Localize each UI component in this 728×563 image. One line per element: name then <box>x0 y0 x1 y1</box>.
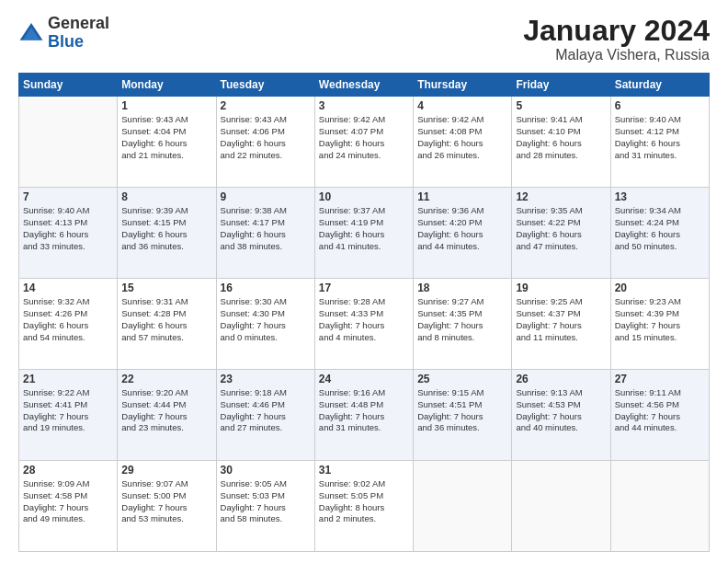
logo-text: General Blue <box>48 15 109 52</box>
day-detail: Sunrise: 9:40 AM Sunset: 4:13 PM Dayligh… <box>23 205 113 252</box>
day-detail: Sunrise: 9:35 AM Sunset: 4:22 PM Dayligh… <box>516 205 606 252</box>
calendar-cell: 28Sunrise: 9:09 AM Sunset: 4:58 PM Dayli… <box>19 461 118 552</box>
day-number: 26 <box>516 373 606 385</box>
day-detail: Sunrise: 9:39 AM Sunset: 4:15 PM Dayligh… <box>121 205 211 252</box>
day-number: 15 <box>121 282 211 294</box>
calendar-cell: 1Sunrise: 9:43 AM Sunset: 4:04 PM Daylig… <box>118 97 216 188</box>
day-number: 4 <box>417 99 507 112</box>
day-number: 2 <box>221 99 311 112</box>
day-detail: Sunrise: 9:18 AM Sunset: 4:46 PM Dayligh… <box>221 387 311 434</box>
day-number: 20 <box>615 282 705 294</box>
day-number: 21 <box>23 373 113 385</box>
calendar-cell: 7Sunrise: 9:40 AM Sunset: 4:13 PM Daylig… <box>19 188 118 279</box>
day-detail: Sunrise: 9:31 AM Sunset: 4:28 PM Dayligh… <box>121 296 211 343</box>
col-header-tuesday: Tuesday <box>216 74 314 97</box>
calendar-cell <box>610 461 709 552</box>
day-number: 12 <box>516 190 606 203</box>
day-detail: Sunrise: 9:38 AM Sunset: 4:17 PM Dayligh… <box>221 205 311 252</box>
day-detail: Sunrise: 9:11 AM Sunset: 4:56 PM Dayligh… <box>615 387 705 434</box>
calendar-cell: 2Sunrise: 9:43 AM Sunset: 4:06 PM Daylig… <box>216 97 314 188</box>
calendar-cell: 21Sunrise: 9:22 AM Sunset: 4:41 PM Dayli… <box>19 370 118 461</box>
calendar-cell: 10Sunrise: 9:37 AM Sunset: 4:19 PM Dayli… <box>314 188 413 279</box>
day-number: 30 <box>221 464 311 477</box>
day-detail: Sunrise: 9:13 AM Sunset: 4:53 PM Dayligh… <box>516 387 606 434</box>
day-detail: Sunrise: 9:23 AM Sunset: 4:39 PM Dayligh… <box>615 296 705 343</box>
day-number: 19 <box>516 282 606 294</box>
day-detail: Sunrise: 9:07 AM Sunset: 5:00 PM Dayligh… <box>121 478 211 525</box>
calendar-cell: 23Sunrise: 9:18 AM Sunset: 4:46 PM Dayli… <box>216 370 314 461</box>
day-number: 13 <box>615 190 705 203</box>
calendar-cell: 14Sunrise: 9:32 AM Sunset: 4:26 PM Dayli… <box>19 279 118 370</box>
calendar-week-row: 21Sunrise: 9:22 AM Sunset: 4:41 PM Dayli… <box>19 370 710 461</box>
calendar-week-row: 28Sunrise: 9:09 AM Sunset: 4:58 PM Dayli… <box>19 461 710 552</box>
day-number: 24 <box>319 373 409 385</box>
calendar-cell: 17Sunrise: 9:28 AM Sunset: 4:33 PM Dayli… <box>314 279 413 370</box>
calendar-cell: 27Sunrise: 9:11 AM Sunset: 4:56 PM Dayli… <box>610 370 709 461</box>
day-detail: Sunrise: 9:09 AM Sunset: 4:58 PM Dayligh… <box>23 478 113 525</box>
day-detail: Sunrise: 9:16 AM Sunset: 4:48 PM Dayligh… <box>319 387 409 434</box>
day-number: 17 <box>319 282 409 294</box>
day-detail: Sunrise: 9:28 AM Sunset: 4:33 PM Dayligh… <box>319 296 409 343</box>
day-detail: Sunrise: 9:27 AM Sunset: 4:35 PM Dayligh… <box>417 296 507 343</box>
day-number: 6 <box>615 99 705 112</box>
calendar-cell <box>19 97 118 188</box>
day-number: 10 <box>319 190 409 203</box>
day-number: 22 <box>121 373 211 385</box>
calendar-cell: 26Sunrise: 9:13 AM Sunset: 4:53 PM Dayli… <box>512 370 610 461</box>
calendar-cell: 13Sunrise: 9:34 AM Sunset: 4:24 PM Dayli… <box>610 188 709 279</box>
day-detail: Sunrise: 9:43 AM Sunset: 4:06 PM Dayligh… <box>221 114 311 161</box>
day-detail: Sunrise: 9:15 AM Sunset: 4:51 PM Dayligh… <box>417 387 507 434</box>
day-number: 1 <box>121 99 211 112</box>
logo-blue-text: Blue <box>48 33 109 52</box>
day-number: 11 <box>417 190 507 203</box>
header: General Blue January 2024 Malaya Vishera… <box>18 15 710 63</box>
calendar-cell: 15Sunrise: 9:31 AM Sunset: 4:28 PM Dayli… <box>118 279 216 370</box>
day-detail: Sunrise: 9:02 AM Sunset: 5:05 PM Dayligh… <box>319 478 409 525</box>
calendar-cell: 20Sunrise: 9:23 AM Sunset: 4:39 PM Dayli… <box>610 279 709 370</box>
logo-general-text: General <box>48 15 109 33</box>
day-number: 31 <box>319 464 409 477</box>
calendar-cell: 16Sunrise: 9:30 AM Sunset: 4:30 PM Dayli… <box>216 279 314 370</box>
calendar-table: SundayMondayTuesdayWednesdayThursdayFrid… <box>18 73 710 552</box>
day-detail: Sunrise: 9:05 AM Sunset: 5:03 PM Dayligh… <box>221 478 311 525</box>
title-block: January 2024 Malaya Vishera, Russia <box>523 15 710 63</box>
day-detail: Sunrise: 9:43 AM Sunset: 4:04 PM Dayligh… <box>121 114 211 161</box>
day-number: 8 <box>121 190 211 203</box>
day-number: 7 <box>23 190 113 203</box>
calendar-cell: 29Sunrise: 9:07 AM Sunset: 5:00 PM Dayli… <box>118 461 216 552</box>
calendar-cell: 5Sunrise: 9:41 AM Sunset: 4:10 PM Daylig… <box>512 97 610 188</box>
logo: General Blue <box>18 15 109 52</box>
day-detail: Sunrise: 9:42 AM Sunset: 4:07 PM Dayligh… <box>319 114 409 161</box>
main-title: January 2024 <box>523 15 710 47</box>
calendar-cell: 3Sunrise: 9:42 AM Sunset: 4:07 PM Daylig… <box>314 97 413 188</box>
day-detail: Sunrise: 9:22 AM Sunset: 4:41 PM Dayligh… <box>23 387 113 434</box>
calendar-week-row: 7Sunrise: 9:40 AM Sunset: 4:13 PM Daylig… <box>19 188 710 279</box>
calendar-cell <box>414 461 512 552</box>
day-detail: Sunrise: 9:25 AM Sunset: 4:37 PM Dayligh… <box>516 296 606 343</box>
calendar-cell: 18Sunrise: 9:27 AM Sunset: 4:35 PM Dayli… <box>414 279 512 370</box>
calendar-cell: 31Sunrise: 9:02 AM Sunset: 5:05 PM Dayli… <box>314 461 413 552</box>
calendar-cell: 4Sunrise: 9:42 AM Sunset: 4:08 PM Daylig… <box>414 97 512 188</box>
calendar-cell: 6Sunrise: 9:40 AM Sunset: 4:12 PM Daylig… <box>610 97 709 188</box>
calendar-cell: 19Sunrise: 9:25 AM Sunset: 4:37 PM Dayli… <box>512 279 610 370</box>
col-header-sunday: Sunday <box>19 74 118 97</box>
col-header-friday: Friday <box>512 74 610 97</box>
day-detail: Sunrise: 9:30 AM Sunset: 4:30 PM Dayligh… <box>221 296 311 343</box>
calendar-cell: 9Sunrise: 9:38 AM Sunset: 4:17 PM Daylig… <box>216 188 314 279</box>
calendar-cell: 12Sunrise: 9:35 AM Sunset: 4:22 PM Dayli… <box>512 188 610 279</box>
calendar-cell: 8Sunrise: 9:39 AM Sunset: 4:15 PM Daylig… <box>118 188 216 279</box>
day-detail: Sunrise: 9:37 AM Sunset: 4:19 PM Dayligh… <box>319 205 409 252</box>
col-header-thursday: Thursday <box>414 74 512 97</box>
day-number: 9 <box>221 190 311 203</box>
col-header-monday: Monday <box>118 74 216 97</box>
logo-icon <box>18 20 44 46</box>
day-number: 5 <box>516 99 606 112</box>
day-number: 28 <box>23 464 113 477</box>
calendar-cell <box>512 461 610 552</box>
day-number: 27 <box>615 373 705 385</box>
calendar-cell: 30Sunrise: 9:05 AM Sunset: 5:03 PM Dayli… <box>216 461 314 552</box>
day-number: 25 <box>417 373 507 385</box>
day-detail: Sunrise: 9:36 AM Sunset: 4:20 PM Dayligh… <box>417 205 507 252</box>
subtitle: Malaya Vishera, Russia <box>523 47 710 63</box>
col-header-saturday: Saturday <box>610 74 709 97</box>
